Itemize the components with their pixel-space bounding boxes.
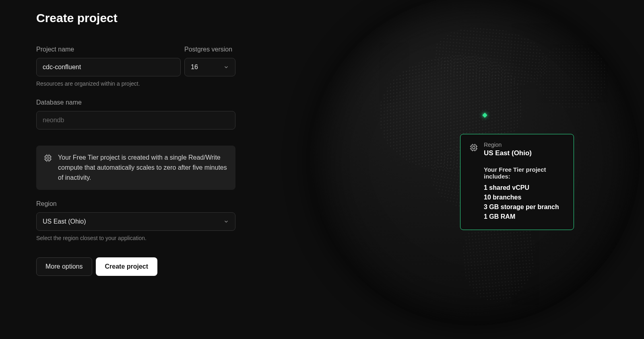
region-select-value: US East (Ohio): [43, 218, 86, 225]
form-actions: More options Create project: [36, 257, 235, 276]
cpu-icon: [469, 143, 478, 152]
project-name-label: Project name: [36, 46, 181, 53]
region-field: Region US East (Ohio) Select the region …: [36, 200, 235, 241]
region-includes-item: 1 GB RAM: [484, 212, 565, 222]
region-includes-title: Your Free Tier project includes:: [484, 166, 565, 180]
region-info-card: Region US East (Ohio) Your Free Tier pro…: [460, 134, 574, 230]
cpu-icon: [43, 154, 52, 162]
region-includes-item: 1 shared vCPU: [484, 183, 565, 193]
create-project-button[interactable]: Create project: [96, 257, 158, 276]
more-options-button[interactable]: More options: [36, 257, 92, 276]
project-name-input[interactable]: [36, 58, 181, 76]
postgres-version-field: Postgres version 16: [184, 46, 235, 76]
svg-rect-11: [473, 146, 475, 149]
region-label: Region: [36, 200, 235, 208]
project-form: Project name Postgres version 16 Resourc…: [36, 46, 235, 276]
database-name-label: Database name: [36, 99, 235, 106]
project-name-helper: Resources are organized within a project…: [36, 80, 235, 87]
free-tier-info-text: Your Free Tier project is created with a…: [58, 153, 228, 183]
database-name-input[interactable]: [36, 111, 235, 129]
chevron-down-icon: [223, 219, 229, 224]
region-card-label: Region: [484, 142, 532, 148]
postgres-version-select[interactable]: 16: [184, 58, 235, 76]
database-name-field: Database name: [36, 99, 235, 129]
svg-rect-10: [471, 145, 477, 150]
project-name-field: Project name: [36, 46, 181, 76]
chevron-down-icon: [223, 64, 229, 70]
region-select[interactable]: US East (Ohio): [36, 212, 235, 231]
region-includes-item: 3 GB storage per branch: [484, 202, 565, 212]
svg-rect-1: [47, 157, 49, 159]
region-includes-item: 10 branches: [484, 193, 565, 202]
region-card-value: US East (Ohio): [484, 149, 532, 157]
postgres-version-value: 16: [191, 64, 198, 71]
region-includes-list: 1 shared vCPU 10 branches 3 GB storage p…: [484, 183, 565, 222]
region-helper: Select the region closest to your applic…: [36, 235, 235, 241]
free-tier-info: Your Free Tier project is created with a…: [36, 146, 235, 190]
create-project-page: Create project Project name Postgres ver…: [0, 0, 644, 339]
svg-rect-0: [45, 156, 51, 161]
postgres-version-label: Postgres version: [184, 46, 235, 53]
